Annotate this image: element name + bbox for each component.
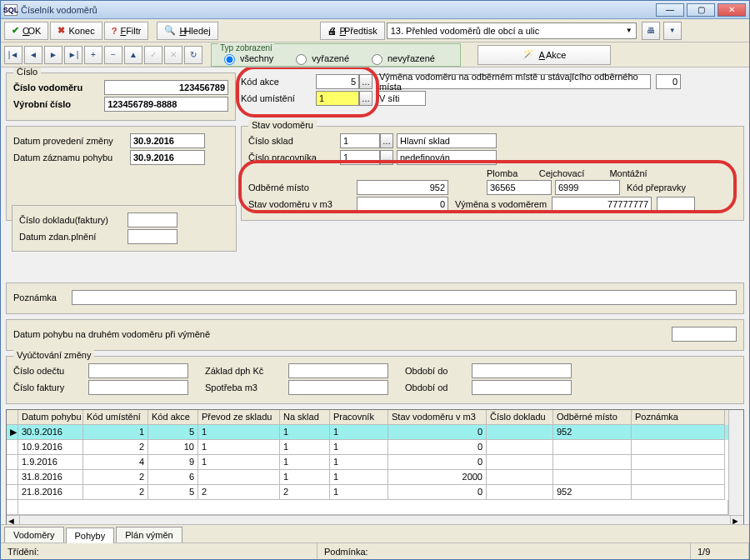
stav-m3-input[interactable]: 0: [357, 197, 448, 212]
sklad-text: Hlavní sklad: [397, 133, 497, 148]
datum-zaznamu-input[interactable]: 30.9.2016: [130, 150, 205, 165]
grid-header[interactable]: Odběrné místo: [553, 410, 632, 425]
cislo-legend: Číslo: [13, 68, 41, 77]
faktury-input[interactable]: [88, 380, 188, 395]
obdobi-od-input[interactable]: [472, 380, 572, 395]
pracovnik-label: Číslo pracovníka: [248, 152, 340, 162]
grid-header[interactable]: Kód akce: [148, 410, 198, 425]
konec-button[interactable]: ✖Konec: [50, 22, 102, 40]
vyrobni-cislo-input[interactable]: 123456789-8888: [104, 97, 228, 112]
grid-scrollbar[interactable]: [728, 410, 743, 515]
kod-umisteni-picker[interactable]: …: [359, 91, 372, 106]
typ-zobrazeni-group: Typ zobrazení všechny vyřazené nevyřazen…: [211, 43, 461, 67]
plomba-cejch-input[interactable]: 36565: [487, 180, 552, 195]
radio-vsechny[interactable]: všechny: [220, 52, 273, 65]
zaklad-input[interactable]: [288, 363, 388, 378]
poznamka-input[interactable]: [72, 290, 737, 305]
cislo-vodomeru-input[interactable]: 123456789: [104, 80, 228, 95]
kod-prepravky-input[interactable]: [657, 197, 695, 212]
nav-del[interactable]: −: [104, 46, 122, 64]
nav-prev[interactable]: ◄: [24, 46, 42, 64]
status-trideni: Třídění:: [1, 543, 318, 559]
datum-provedeni-label: Datum provedení změny: [13, 136, 130, 146]
grid-header[interactable]: Pracovník: [330, 410, 388, 425]
typ-legend: Typ zobrazení: [218, 43, 274, 52]
kod-akce-picker[interactable]: …: [359, 74, 372, 89]
obdobi-od-label: Období od: [405, 382, 472, 392]
nav-add[interactable]: +: [84, 46, 102, 64]
akce-button[interactable]: 🪄AAkce: [478, 45, 611, 65]
vyrobni-cislo-label: Výrobní číslo: [13, 99, 104, 109]
pohyby-grid[interactable]: Datum pohybuKód umístěníKód akcePřevod z…: [6, 409, 744, 524]
datum-zaznamu-label: Datum záznamu pohybu: [13, 152, 130, 162]
predtisk-combo-text: 13. Přehled vodoměrů dle obcí a ulic: [391, 26, 540, 36]
spotreba-label: Spotřeba m3: [205, 382, 288, 392]
maximize-button[interactable]: ▢: [687, 3, 715, 17]
kod-umisteni-input[interactable]: 1: [316, 91, 359, 106]
nav-next[interactable]: ►: [44, 46, 62, 64]
table-row[interactable]: 1.9.2016491110: [7, 455, 728, 470]
sklad-input[interactable]: 1: [340, 133, 380, 148]
grid-header[interactable]: Datum pohybu: [18, 410, 83, 425]
kod-akce-label: Kód akce: [241, 77, 316, 87]
nav-edit[interactable]: ▲: [124, 46, 142, 64]
minimize-button[interactable]: —: [656, 3, 684, 17]
stav-m3-label: Stav vodoměru v m3: [248, 199, 357, 209]
tab-vodomery[interactable]: Vodoměry: [4, 527, 64, 542]
datum-zdan-input[interactable]: [128, 229, 178, 244]
pracovnik-picker[interactable]: …: [380, 150, 393, 165]
pracovnik-input[interactable]: 1: [340, 150, 380, 165]
grid-header[interactable]: Na sklad: [280, 410, 330, 425]
poznamka-label: Poznámka: [13, 292, 72, 302]
kod-akce-input[interactable]: 5: [316, 74, 359, 89]
grid-header[interactable]: Číslo dokladu: [487, 410, 553, 425]
nav-refresh[interactable]: ↻: [184, 46, 202, 64]
vymena-input[interactable]: 77777777: [552, 197, 652, 212]
pracovnik-text: nedefinován: [397, 150, 497, 165]
print-icon-button[interactable]: 🖶: [642, 22, 660, 40]
grid-header[interactable]: Kód umístění: [83, 410, 148, 425]
app-icon: SQL: [4, 4, 18, 16]
radio-nevyrazene[interactable]: nevyřazené: [368, 52, 435, 65]
chevron-down-icon: ▼: [626, 27, 632, 34]
filtr-button[interactable]: ?FFiltr: [104, 22, 149, 40]
kod-akce-right[interactable]: 0: [656, 74, 681, 89]
table-row[interactable]: 21.8.2016252210952: [7, 485, 728, 500]
ok-button[interactable]: ✔OOK: [4, 22, 48, 40]
obdobi-do-input[interactable]: [472, 363, 572, 378]
vymena-label: Výměna s vodoměrem: [455, 199, 547, 209]
grid-header[interactable]: Stav vodoměru v m3: [388, 410, 487, 425]
odberne-misto-input[interactable]: 952: [357, 180, 448, 195]
hledej-button[interactable]: 🔍HHledej: [157, 22, 218, 40]
close-button[interactable]: ✕: [718, 3, 746, 17]
odectu-input[interactable]: [88, 363, 188, 378]
dropdown-extra[interactable]: ▼: [663, 22, 682, 40]
kod-prepravky-label: Kód přepravky: [627, 182, 686, 192]
tab-pohyby[interactable]: Pohyby: [66, 528, 115, 543]
radio-vyrazene[interactable]: vyřazené: [292, 52, 349, 65]
table-row[interactable]: 31.8.201626112000: [7, 470, 728, 485]
grid-header[interactable]: Poznámka: [632, 410, 725, 425]
table-row[interactable]: 10.9.20162101110: [7, 440, 728, 455]
plomba-mont-input[interactable]: 6999: [555, 180, 620, 195]
nav-post[interactable]: ✓: [144, 46, 162, 64]
nav-last[interactable]: ►|: [64, 46, 82, 64]
wand-icon: 🪄: [522, 49, 534, 60]
predtisk-button[interactable]: 🖨PPředtisk: [320, 22, 385, 40]
tab-plan-vymen[interactable]: Plán výměn: [116, 527, 182, 542]
nav-cancel[interactable]: ✕: [164, 46, 182, 64]
sklad-picker[interactable]: …: [380, 133, 393, 148]
kod-umisteni-text: V síti: [376, 91, 426, 106]
cislo-vodomeru-label: Číslo vodoměru: [13, 82, 104, 92]
table-row[interactable]: ▶30.9.2016151110952: [7, 425, 728, 440]
predtisk-combo[interactable]: 13. Přehled vodoměrů dle obcí a ulic ▼: [387, 22, 637, 39]
stav-legend: Stav vodoměru: [248, 120, 317, 130]
kod-umisteni-label: Kód umístění: [241, 93, 316, 103]
pohyb2-input[interactable]: [672, 327, 737, 342]
odectu-label: Číslo odečtu: [13, 366, 88, 376]
spotreba-input[interactable]: [288, 380, 388, 395]
nav-first[interactable]: |◄: [4, 46, 22, 64]
datum-provedeni-input[interactable]: 30.9.2016: [130, 133, 205, 148]
grid-header[interactable]: Převod ze skladu: [198, 410, 280, 425]
cislo-dokladu-input[interactable]: [128, 212, 178, 228]
